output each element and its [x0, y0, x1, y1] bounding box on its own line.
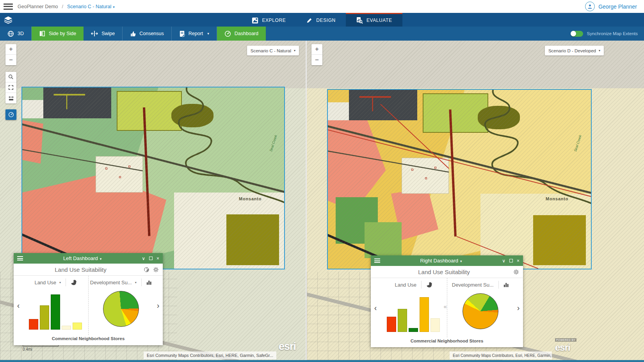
- right-dashboard-panel: Right Dashboard▾ ∨ × Land Use Suitabilit…: [371, 255, 523, 347]
- bar-chart-icon[interactable]: [503, 282, 509, 287]
- esri-logo: esri: [279, 341, 296, 353]
- widget-title-row: Land Use Suitability: [371, 266, 523, 278]
- swipe-label: Swipe: [101, 31, 115, 36]
- scenario-select-right[interactable]: Scenario D - Developed ▾: [545, 46, 604, 55]
- panel-menu-icon[interactable]: [17, 256, 23, 260]
- development-suitability-pie-chart: [103, 291, 139, 327]
- side-by-side-button[interactable]: Side by Side: [32, 27, 84, 41]
- chart-footer-label: Commercial Neighborhood Stores: [14, 335, 163, 345]
- breadcrumb-scenario-link[interactable]: Scenario C - Natural▾: [67, 4, 115, 9]
- gear-icon[interactable]: [513, 269, 519, 275]
- bar-chart-widget: Land Use: [380, 278, 447, 337]
- panel-header[interactable]: Right Dashboard▾ ∨ ×: [371, 255, 523, 266]
- panel-header[interactable]: Left Dashboard▾ ∨ ×: [14, 253, 163, 264]
- tab-evaluate[interactable]: EVALUATE: [346, 13, 402, 27]
- report-document-icon: [179, 30, 185, 37]
- zoom-out-button[interactable]: −: [311, 55, 322, 65]
- report-button[interactable]: Report ▾: [172, 27, 217, 41]
- side-by-side-icon: [39, 30, 45, 37]
- dashboard-tool: [5, 109, 16, 120]
- panel-body: ‹ Land Use « Developmen: [371, 278, 523, 337]
- carousel-next-button[interactable]: ›: [153, 276, 163, 335]
- expand-extent-button[interactable]: [5, 82, 16, 93]
- development-suitability-pie-chart: [463, 293, 498, 329]
- person-icon: [587, 4, 593, 9]
- bar-chart-widget: Land Use ▾: [23, 276, 88, 335]
- bar-segment: [51, 294, 60, 330]
- carousel-prev-button[interactable]: ‹: [371, 278, 380, 337]
- chart-type-label: Land Use: [395, 282, 416, 288]
- tab-explore[interactable]: EXPLORE: [242, 13, 296, 27]
- dashboard-label: Dashboard: [235, 31, 258, 36]
- expand-arrows-icon: [8, 85, 14, 90]
- scenario-select-left[interactable]: Scenario C - Natural ▾: [247, 46, 299, 55]
- maximize-icon[interactable]: [509, 259, 513, 262]
- caret-down-icon: ▾: [100, 257, 102, 261]
- nav-bar: EXPLORE DESIGN EVALUATE: [0, 13, 644, 27]
- close-icon[interactable]: ×: [157, 256, 159, 261]
- consensus-button[interactable]: Consensus: [123, 27, 172, 41]
- powered-by-label: POWERED BY: [555, 338, 576, 342]
- pie-chart-icon[interactable]: [426, 282, 432, 288]
- collapse-icon[interactable]: ∨: [142, 256, 145, 261]
- caret-down-icon[interactable]: ▾: [59, 281, 61, 284]
- bar-segment: [73, 323, 82, 330]
- bar-segment: [431, 318, 440, 332]
- panel-title-dropdown[interactable]: Left Dashboard▾: [23, 255, 142, 261]
- sync-map-extents-toggle[interactable]: [571, 31, 583, 37]
- map-view-left[interactable]: Monsanto Seal Creek + −: [0, 41, 306, 360]
- close-icon[interactable]: ×: [517, 259, 519, 263]
- dashboard-active-button[interactable]: [5, 109, 16, 120]
- bar-segment: [387, 317, 396, 332]
- chart-type-label: Land Use: [34, 280, 56, 285]
- carousel-prev-button[interactable]: ‹: [14, 276, 23, 335]
- scenario-select-value: Scenario C - Natural: [251, 48, 291, 53]
- tab-label: EVALUATE: [366, 18, 392, 23]
- 3d-button[interactable]: 3D: [0, 27, 32, 41]
- bar-segment: [62, 326, 71, 330]
- scenario-select-value: Scenario D - Developed: [548, 48, 596, 53]
- layers-icon: [4, 16, 13, 24]
- zoom-out-button[interactable]: −: [5, 55, 16, 65]
- carousel-next-button[interactable]: ›: [514, 278, 523, 337]
- user-avatar[interactable]: [585, 2, 595, 11]
- tab-label: EXPLORE: [262, 18, 286, 23]
- dashboard-gauge-icon: [8, 112, 14, 118]
- map-attribution: Esri Community Maps Contributors, Esri, …: [450, 351, 552, 359]
- zoom-control: + −: [5, 44, 16, 65]
- dashboard-button[interactable]: Dashboard: [217, 27, 266, 41]
- place-label-monsanto: Monsanto: [546, 196, 568, 201]
- panel-title-dropdown[interactable]: Right Dashboard▾: [380, 258, 502, 264]
- swipe-button[interactable]: Swipe: [84, 27, 123, 41]
- caret-down-icon[interactable]: ▾: [135, 281, 137, 284]
- panel-title: Left Dashboard: [63, 255, 98, 261]
- caret-down-icon: ▾: [460, 259, 462, 263]
- layers-button[interactable]: [0, 13, 16, 27]
- sync-map-extents-label: Synchronize Map Extents: [587, 31, 638, 36]
- breadcrumb-app-name: GeoPlanner Demo: [18, 4, 58, 9]
- roads-overlay: [22, 87, 284, 269]
- panel-menu-icon[interactable]: [374, 259, 380, 263]
- collapse-carousel-icon[interactable]: «: [444, 302, 447, 310]
- panel-title: Right Dashboard: [420, 258, 459, 264]
- consensus-label: Consensus: [139, 31, 164, 36]
- tab-design[interactable]: DESIGN: [296, 13, 346, 27]
- measure-button[interactable]: [5, 93, 16, 103]
- caret-down-icon: ▾: [113, 5, 115, 9]
- gear-icon[interactable]: [153, 267, 159, 273]
- hamburger-menu-icon[interactable]: [4, 4, 13, 10]
- search-button[interactable]: [5, 72, 16, 82]
- zoom-in-button[interactable]: +: [5, 44, 16, 55]
- eye-hidden-icon[interactable]: [144, 267, 149, 273]
- user-name[interactable]: George Planner: [598, 4, 637, 10]
- zoom-in-button[interactable]: +: [311, 44, 322, 55]
- collapse-icon[interactable]: ∨: [502, 259, 505, 263]
- pie-chart-icon[interactable]: [71, 280, 76, 285]
- swipe-icon: [91, 30, 98, 37]
- bar-chart-icon[interactable]: [146, 280, 152, 285]
- map-view-right[interactable]: Monsanto Seal Creek + − Scenario D - Dev…: [307, 41, 644, 360]
- evaluate-chart-icon: [356, 17, 363, 24]
- zoom-control: + −: [311, 44, 322, 65]
- pencil-icon: [306, 17, 313, 24]
- maximize-icon[interactable]: [149, 257, 153, 260]
